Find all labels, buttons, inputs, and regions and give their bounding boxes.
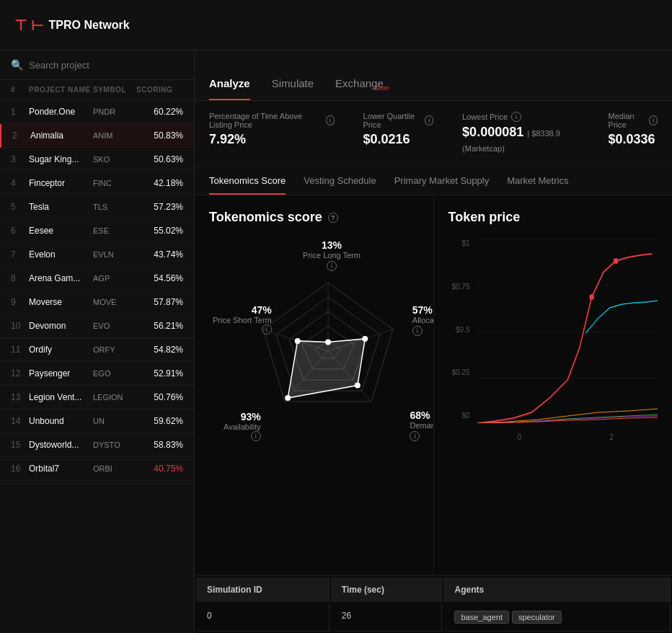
tokenomics-info-icon[interactable]: ? <box>328 213 338 223</box>
radar-svg <box>249 275 407 427</box>
row-name: Orbital7 <box>29 464 93 474</box>
sub-tab-market-metrics[interactable]: Market Metrics <box>507 167 568 195</box>
search-icon: 🔍 <box>11 59 23 71</box>
stat-median-value: $0.0336 <box>609 132 658 147</box>
y-label-4: $0.25 <box>448 368 470 376</box>
content-area: Analyze Simulate Exchange Soon Percentag… <box>195 50 672 633</box>
project-row-14[interactable]: 14 Unbound UN 59.62% <box>0 410 194 433</box>
sub-tab-primary-market[interactable]: Primary Market Supply <box>394 167 489 195</box>
col-name: PROJECT NAME <box>29 86 93 94</box>
name-demand: Demand <box>410 421 433 430</box>
availability-info[interactable]: i <box>251 431 261 441</box>
row-score: 43.74% <box>136 249 183 260</box>
allocations-info[interactable]: i <box>412 326 423 336</box>
row-num: 3 <box>11 154 29 164</box>
agent-badge: base_agent <box>454 611 509 624</box>
sub-tab-tokenomics[interactable]: Tokenomics Score <box>209 167 286 195</box>
project-row-4[interactable]: 4 Finceptor FINC 42.18% <box>0 172 194 195</box>
logo-text: TPRO Network <box>49 19 130 32</box>
stat-pct-above-value: 7.92% <box>209 132 335 147</box>
row-symbol: LEGION <box>93 393 136 402</box>
row-symbol: ORFY <box>93 345 136 354</box>
row-num: 7 <box>11 249 29 260</box>
x-label-0: 0 <box>518 433 522 441</box>
pct-demand: 68% <box>410 410 433 421</box>
row-symbol: UN <box>93 417 136 425</box>
row-score: 60.22% <box>136 107 183 117</box>
row-num: 5 <box>11 202 29 212</box>
row-num: 8 <box>11 273 29 283</box>
project-list: 1 Ponder.One PNDR 60.22% 2 Animalia ANIM… <box>0 100 194 481</box>
nav-tabs: Analyze Simulate Exchange Soon <box>195 50 672 101</box>
tokenomics-title: Tokenomics score ? <box>209 210 419 225</box>
row-name: Moverse <box>29 297 93 307</box>
table-header: # PROJECT NAME SYMBOL SCORING <box>0 80 194 100</box>
row-symbol: DYSTO <box>93 441 136 449</box>
row-score: 52.91% <box>136 368 183 379</box>
project-row-7[interactable]: 7 Evelon EVLN 43.74% <box>0 243 194 267</box>
median-info-icon[interactable]: i <box>649 115 658 125</box>
sub-tabs: Tokenomics Score Vesting Schedule Primar… <box>195 167 672 195</box>
project-row-6[interactable]: 6 Eesee ESE 55.02% <box>0 219 194 243</box>
demand-info[interactable]: i <box>410 431 420 441</box>
row-score: 57.23% <box>136 202 183 212</box>
project-row-12[interactable]: 12 Paysenger EGO 52.91% <box>0 362 194 386</box>
x-label-2: 2 <box>609 433 614 441</box>
price-chart-area <box>477 239 658 423</box>
row-name: Legion Vent... <box>29 392 93 402</box>
col-score: SCORING <box>136 86 183 94</box>
agent-badge: speculator <box>512 611 562 624</box>
svg-marker-10 <box>288 339 365 398</box>
svg-point-13 <box>355 383 361 389</box>
project-row-15[interactable]: 15 Dystoworld... DYSTO 58.83% <box>0 433 194 457</box>
row-score: 40.75% <box>136 464 183 474</box>
project-row-2[interactable]: 2 Animalia ANIM 50.83% <box>0 124 194 148</box>
price-y-labels: $1 $0.75 $0.5 $0.25 $0 <box>448 239 474 420</box>
stat-lower-quartile: Lower Quartile Price i $0.0216 <box>363 112 434 147</box>
lower-info-icon[interactable]: i <box>425 115 433 125</box>
radar-chart-container: 13% Price Long Term i 57% Allocations i <box>209 239 434 456</box>
search-bar[interactable]: 🔍 <box>0 50 194 80</box>
row-name: Eesee <box>29 226 93 236</box>
row-num: 9 <box>11 297 29 307</box>
sim-col-agents: Agents <box>443 577 671 602</box>
logo: ⊤ ⊢ TPRO Network <box>14 17 130 34</box>
name-price-long-term: Price Long Term <box>303 251 361 260</box>
row-score: 55.02% <box>136 226 183 236</box>
tab-exchange[interactable]: Exchange Soon <box>335 77 384 100</box>
project-row-3[interactable]: 3 Sugar King... SKO 50.63% <box>0 148 194 172</box>
lowest-info-icon[interactable]: i <box>511 112 521 122</box>
row-score: 54.82% <box>136 345 183 355</box>
project-row-10[interactable]: 10 Devomon EVO 56.21% <box>0 314 194 338</box>
project-row-5[interactable]: 5 Tesla TLS 57.23% <box>0 195 194 219</box>
project-row-8[interactable]: 8 Arena Gam... AGP 54.56% <box>0 267 194 291</box>
stats-bar: Percentage of Time Above Listing Price i… <box>195 101 672 167</box>
tab-analyze[interactable]: Analyze <box>209 77 250 100</box>
logo-icon: ⊤ ⊢ <box>14 17 43 34</box>
row-name: Unbound <box>29 416 93 426</box>
stat-lowest-value: $0.000081 | $8338.9 (Marketcap) <box>462 125 579 155</box>
below-nav: Percentage of Time Above Listing Price i… <box>195 101 672 633</box>
y-label-1: $1 <box>448 239 470 247</box>
sim-time: 26 <box>331 603 443 632</box>
charts-row: Tokenomics score ? 13% Price Long Term i <box>195 195 672 575</box>
row-name: Sugar King... <box>29 154 93 164</box>
row-num: 4 <box>11 178 29 188</box>
project-row-9[interactable]: 9 Moverse MOVE 57.87% <box>0 291 194 314</box>
row-symbol: FINC <box>93 179 136 187</box>
svg-point-22 <box>613 258 618 264</box>
col-symbol: SYMBOL <box>93 86 136 94</box>
tab-simulate[interactable]: Simulate <box>272 77 314 100</box>
search-input[interactable] <box>29 60 183 71</box>
price-long-term-info[interactable]: i <box>327 261 337 271</box>
project-row-13[interactable]: 13 Legion Vent... LEGION 50.76% <box>0 386 194 410</box>
row-num: 16 <box>11 464 29 474</box>
project-row-1[interactable]: 1 Ponder.One PNDR 60.22% <box>0 100 194 124</box>
pct-info-icon[interactable]: i <box>326 115 335 125</box>
tokenomics-section: Tokenomics score ? 13% Price Long Term i <box>195 195 434 575</box>
project-row-16[interactable]: 16 Orbital7 ORBI 40.75% <box>0 457 194 481</box>
project-row-11[interactable]: 11 Ordify ORFY 54.82% <box>0 338 194 362</box>
price-x-labels: 0 2 <box>474 433 658 441</box>
sub-tab-vesting[interactable]: Vesting Schedule <box>304 167 376 195</box>
row-name: Paysenger <box>29 368 93 379</box>
